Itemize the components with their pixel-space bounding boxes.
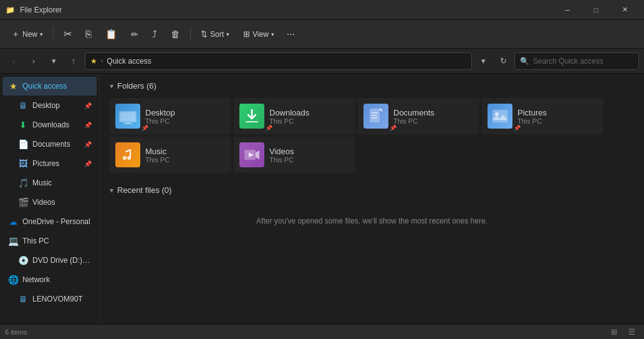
paste-button[interactable]: 📋 [99, 24, 123, 45]
folders-section-header[interactable]: ▾ Folders (6) [110, 81, 634, 91]
desktop-folder-thumb [115, 104, 140, 129]
videos-icon: 🎬 [17, 197, 29, 207]
sidebar-item-this-pc[interactable]: 💻 This PC [2, 232, 97, 250]
sidebar-item-documents[interactable]: 📄 Documents 📌 [2, 135, 97, 154]
sidebar-item-label: Downloads [32, 120, 80, 129]
share-icon: ⤴ [152, 29, 157, 39]
folder-sub: This PC [145, 156, 226, 164]
downloads-folder-icon [242, 106, 262, 126]
cut-button[interactable]: ✂ [57, 24, 78, 45]
view-label: View [252, 30, 269, 39]
pin-indicator: 📌 [266, 125, 272, 131]
onedrive-icon: ☁ [7, 217, 19, 227]
svg-rect-3 [123, 124, 133, 124]
search-box[interactable]: 🔍 Search Quick access [514, 52, 639, 70]
folder-name: Documents [393, 108, 474, 117]
folder-name: Music [145, 147, 226, 156]
close-button[interactable]: ✕ [610, 0, 639, 20]
refresh-button[interactable]: ↻ [494, 52, 512, 70]
folder-item-music[interactable]: Music This PC [110, 137, 231, 173]
folder-name: Downloads [269, 108, 350, 117]
separator-2 [190, 27, 191, 42]
network-icon: 🌐 [7, 275, 19, 285]
grid-view-button[interactable]: ⊞ [607, 326, 622, 338]
pin-icon: 📌 [84, 160, 92, 167]
new-button[interactable]: ＋ New ▾ [5, 24, 49, 45]
pin-indicator: 📌 [142, 125, 148, 131]
folder-info: Videos This PC [269, 147, 350, 164]
downloads-folder-thumb [239, 104, 264, 129]
sidebar-item-label: Documents [32, 140, 80, 149]
address-dropdown-button[interactable]: ▾ [474, 52, 492, 70]
rename-button[interactable]: ✏ [125, 24, 145, 45]
pictures-folder-icon [490, 106, 510, 126]
folder-sub: This PC [393, 117, 474, 125]
documents-folder-icon [366, 106, 386, 126]
address-bar: ‹ › ▾ ↑ ★ › Quick access ▾ ↻ 🔍 Search Qu… [0, 49, 644, 74]
maximize-button[interactable]: □ [582, 0, 610, 20]
sidebar-item-videos[interactable]: 🎬 Videos [2, 193, 97, 212]
sidebar-item-quick-access[interactable]: ★ Quick access [2, 77, 97, 96]
share-button[interactable]: ⤴ [146, 24, 163, 45]
list-view-button[interactable]: ☰ [624, 326, 639, 338]
folders-grid: Desktop This PC 📌 Downloads This PC 📌 [110, 98, 634, 173]
svg-rect-6 [380, 109, 382, 111]
sidebar-item-label: This PC [22, 237, 92, 245]
svg-rect-4 [246, 121, 258, 122]
folder-item-downloads[interactable]: Downloads This PC 📌 [234, 98, 355, 134]
documents-icon: 📄 [17, 139, 29, 149]
delete-button[interactable]: 🗑 [165, 24, 186, 45]
more-button[interactable]: ··· [282, 24, 300, 45]
sidebar-item-network[interactable]: 🌐 Network [2, 270, 97, 289]
folder-item-desktop[interactable]: Desktop This PC 📌 [110, 98, 231, 134]
window-controls: ─ □ ✕ [553, 0, 639, 20]
new-label: New [22, 30, 37, 39]
videos-folder-icon [242, 145, 262, 165]
sidebar-item-label: Network [22, 275, 92, 284]
minimize-button[interactable]: ─ [553, 0, 582, 20]
app-icon: 📁 [5, 5, 15, 15]
sort-button[interactable]: ⇅ Sort ▾ [195, 24, 236, 45]
up-button[interactable]: ↑ [65, 52, 82, 70]
copy-button[interactable]: ⎘ [79, 24, 98, 45]
back-button[interactable]: ‹ [5, 52, 22, 70]
sidebar-item-label: Videos [32, 198, 92, 207]
app-title: File Explorer [20, 6, 548, 14]
sidebar: ★ Quick access 🖥 Desktop 📌 ⬇ Downloads 📌… [0, 74, 100, 324]
recent-section-header[interactable]: ▾ Recent files (0) [110, 185, 634, 195]
cut-icon: ✂ [64, 28, 72, 40]
search-placeholder: Search Quick access [533, 57, 603, 66]
view-controls: ⊞ ☰ [607, 326, 639, 338]
this-pc-icon: 💻 [7, 236, 19, 246]
sort-dropdown-icon: ▾ [226, 31, 229, 37]
folder-name: Pictures [517, 108, 598, 117]
svg-rect-8 [372, 115, 377, 116]
folder-item-pictures[interactable]: Pictures This PC 📌 [482, 98, 603, 134]
path-text: Quick access [107, 57, 151, 66]
sidebar-item-lenovom90t[interactable]: 🖥 LENOVOM90T [2, 290, 97, 308]
status-bar: 6 items ⊞ ☰ [0, 324, 644, 339]
sidebar-item-music[interactable]: 🎵 Music [2, 174, 97, 192]
pin-indicator: 📌 [514, 125, 521, 131]
sidebar-item-desktop[interactable]: 🖥 Desktop 📌 [2, 96, 97, 115]
quick-access-icon: ★ [7, 81, 19, 91]
path-separator: › [101, 57, 103, 64]
sidebar-item-downloads[interactable]: ⬇ Downloads 📌 [2, 115, 97, 134]
forward-button[interactable]: › [25, 52, 42, 70]
folder-sub: This PC [269, 117, 350, 125]
address-input[interactable]: ★ › Quick access [85, 52, 472, 70]
folder-item-videos[interactable]: Videos This PC [234, 137, 355, 173]
sidebar-item-onedrive[interactable]: ☁ OneDrive - Personal [2, 212, 97, 231]
music-icon: 🎵 [17, 178, 29, 188]
sidebar-item-dvd[interactable]: 💿 DVD Drive (D:) ESD-ISO [2, 251, 97, 270]
dropdown-history-button[interactable]: ▾ [45, 52, 62, 70]
sort-icon: ⇅ [201, 29, 208, 39]
sidebar-item-pictures[interactable]: 🖼 Pictures 📌 [2, 154, 97, 173]
desktop-icon: 🖥 [17, 101, 29, 111]
view-icon: ⊞ [243, 29, 250, 39]
folder-info: Pictures This PC [517, 108, 598, 125]
view-button[interactable]: ⊞ View ▾ [237, 24, 281, 45]
folder-item-documents[interactable]: Documents This PC 📌 [358, 98, 479, 134]
svg-rect-10 [493, 110, 507, 122]
chevron-down-icon: ▾ [110, 82, 113, 91]
